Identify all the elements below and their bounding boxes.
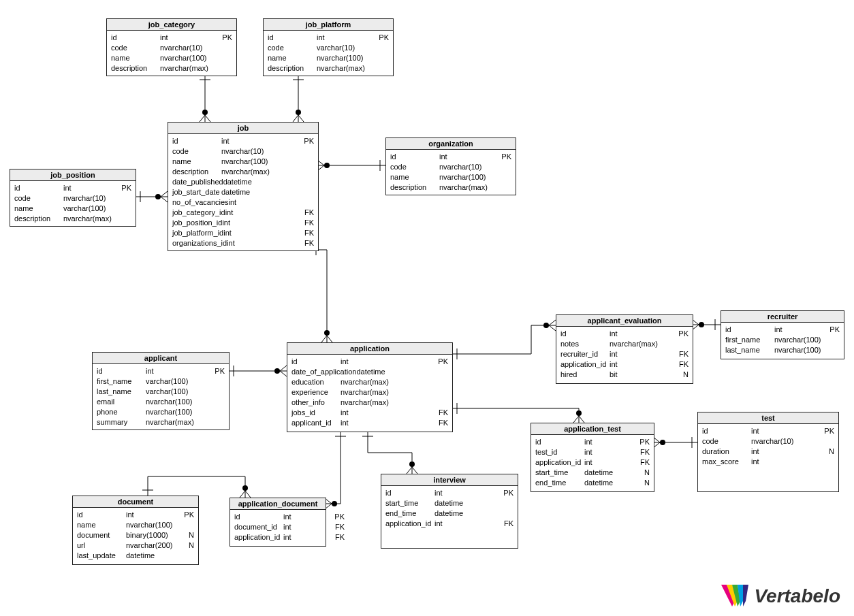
entity-columns: idintPKfirst_namevarchar(100)last_nameva… [93,364,229,429]
column-row: date_of_applicationdatetime [291,367,448,377]
column-row: date_publisheddatetime [172,177,314,187]
column-row: first_namevarchar(100) [97,376,225,387]
entity-columns: idintPKnotesnvarchar(max)recruiter_idint… [556,327,693,382]
column-row: hiredbitN [560,370,689,380]
column-row: codenvarchar(10) [702,436,834,447]
entity-columns: idintPKnamenvarchar(100)documentbinary(1… [73,508,198,563]
entity-organization[interactable]: organizationidintPKcodenvarchar(10)namen… [385,137,516,195]
entity-columns: idintPKstart_timedatetimeend_timedatetim… [381,486,518,531]
column-row: application_idintFK [234,532,321,542]
column-row: descriptionnvarchar(max) [390,182,511,193]
entity-columns: idintPKcodenvarchar(10)namenvarchar(100)… [386,150,516,195]
column-row: descriptionnvarchar(max) [172,167,314,177]
entity-job[interactable]: jobidintPKcodenvarchar(10)namenvarchar(1… [168,122,319,251]
column-row: descriptionnvarchar(max) [14,214,131,224]
svg-point-19 [660,440,665,445]
column-row: last_namenvarchar(100) [725,345,840,355]
entity-title: applicant [93,353,229,364]
column-row: phonenvarchar(100) [97,407,225,417]
entity-columns: idintPKdocument_idintFKapplication_idint… [230,510,326,545]
column-row: recruiter_idintFK [560,349,689,359]
column-row: notesnvarchar(max) [560,339,689,349]
svg-point-15 [699,322,704,327]
entity-job_platform[interactable]: job_platformidintPKcodevarchar(10)namenv… [263,18,394,76]
entity-columns: idintPKcodenvarchar(10)namevarchar(100)d… [10,181,136,226]
column-row: organizations_idintFK [172,238,314,248]
column-row: educationnvarchar(max) [291,377,448,387]
column-row: idintPK [390,152,511,162]
column-row: durationintN [702,447,834,457]
entity-title: job_position [10,169,136,181]
entity-columns: idintPKfirst_namenvarchar(100)last_namen… [721,323,844,357]
entity-title: applicant_evaluation [556,315,693,327]
column-row: first_namenvarchar(100) [725,335,840,345]
column-row: summarynvarchar(max) [97,417,225,427]
column-row: last_namevarchar(100) [97,387,225,397]
column-row: test_idintFK [535,447,650,457]
entity-columns: idintPKcodevarchar(10)namenvarchar(100)d… [264,31,393,76]
entity-title: job_platform [264,19,393,31]
entity-title: application_test [531,423,654,435]
entity-title: job_category [107,19,236,31]
svg-point-1 [202,110,208,115]
column-row: document_idintFK [234,522,321,532]
entity-job_category[interactable]: job_categoryidintPKcodenvarchar(10)namen… [106,18,237,76]
column-row: application_idintFK [385,519,513,529]
column-row: end_timedatetimeN [535,478,650,488]
column-row: job_position_idintFK [172,218,314,228]
svg-point-23 [332,501,337,506]
entity-job_position[interactable]: job_positionidintPKcodenvarchar(10)namev… [10,169,136,227]
column-row: idintPK [535,437,650,447]
entity-title: interview [381,474,518,486]
entity-test[interactable]: testidintPKcodenvarchar(10)durationintNm… [697,412,839,492]
column-row: codenvarchar(10) [390,162,511,172]
column-row: idintPK [77,510,194,520]
column-row: start_timedatetimeN [535,468,650,478]
svg-point-7 [324,163,330,168]
vertabelo-icon [721,585,748,608]
erd-canvas[interactable]: job_categoryidintPKcodenvarchar(10)namen… [0,0,854,616]
column-row: idintPK [14,183,131,193]
svg-point-5 [155,194,161,199]
entity-columns: idintPKcodenvarchar(10)durationintNmax_s… [698,424,838,469]
column-row: namenvarchar(100) [268,53,389,63]
column-row: emailnvarchar(100) [97,397,225,407]
svg-point-3 [296,110,301,115]
column-row: namenvarchar(100) [77,520,194,530]
column-row: job_start_datedatetime [172,187,314,197]
entity-columns: idintPKtest_idintFKapplication_idintFKst… [531,435,654,490]
entity-document[interactable]: documentidintPKnamenvarchar(100)document… [72,496,199,565]
entity-interview[interactable]: interviewidintPKstart_timedatetimeend_ti… [381,474,518,549]
entity-applicant_evaluation[interactable]: applicant_evaluationidintPKnotesnvarchar… [556,314,693,384]
column-row: codenvarchar(10) [14,193,131,204]
column-row: codenvarchar(10) [172,146,314,157]
column-row: no_of_vacanciesint [172,197,314,208]
entity-recruiter[interactable]: recruiteridintPKfirst_namenvarchar(100)l… [721,310,844,359]
column-row: descriptionnvarchar(max) [268,63,389,74]
entity-application_test[interactable]: application_testidintPKtest_idintFKappli… [531,423,654,492]
column-row: max_scoreint [702,457,834,467]
column-row: applicant_idintFK [291,418,448,428]
entity-application[interactable]: applicationidintPKdate_of_applicationdat… [287,342,453,432]
entity-applicant[interactable]: applicantidintPKfirst_namevarchar(100)la… [92,352,230,430]
column-row: job_category_idintFK [172,208,314,218]
svg-point-21 [409,461,415,467]
column-row: documentbinary(1000)N [77,530,194,540]
entity-title: document [73,496,198,508]
entity-title: job [168,123,318,134]
svg-marker-30 [743,585,748,606]
column-row: last_updatedatetime [77,551,194,561]
column-row: application_idintFK [560,359,689,370]
column-row: idintPK [111,33,232,43]
svg-point-25 [242,485,248,491]
column-row: jobs_idintFK [291,408,448,418]
entity-columns: idintPKdate_of_applicationdatetimeeducat… [287,355,452,430]
column-row: namenvarchar(100) [390,172,511,182]
entity-title: test [698,412,838,424]
entity-columns: idintPKcodenvarchar(10)namenvarchar(100)… [168,134,318,250]
vertabelo-logo: Vertabelo [721,585,840,608]
column-row: job_platform_idintFK [172,228,314,238]
column-row: namenvarchar(100) [172,157,314,167]
entity-application_document[interactable]: application_documentidintPKdocument_idin… [230,498,326,547]
column-row: idintPK [725,325,840,335]
